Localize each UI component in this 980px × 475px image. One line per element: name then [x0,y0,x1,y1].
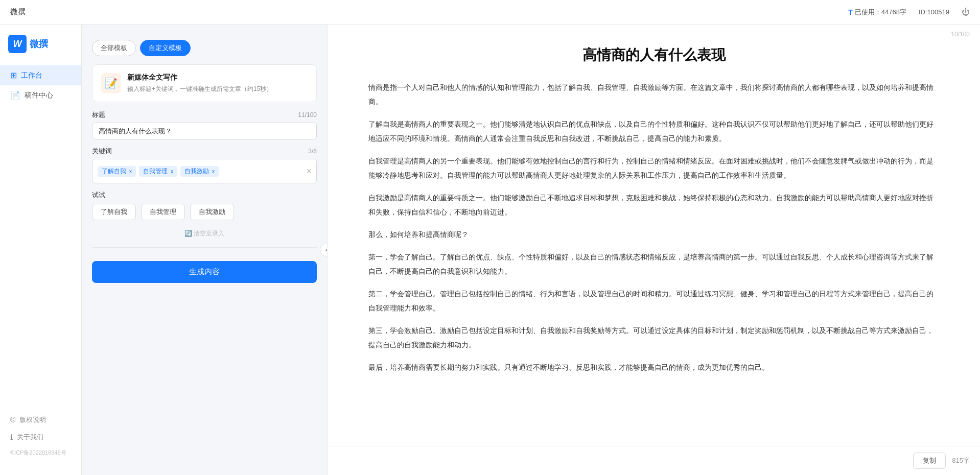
tab-custom[interactable]: 自定义模板 [140,40,191,56]
tag-understand-self[interactable]: 了解自我 x [98,166,136,177]
sidebar-item-copyright[interactable]: © 版权说明 [0,411,81,429]
sidebar-nav: ⊞ 工作台 📄 稿件中心 [0,65,81,411]
copyright-icon: © [10,416,15,424]
sidebar-logo: W 微撰 [0,35,81,65]
article-body: 情商是指一个人对自己和他人的情感的认知和管理能力，包括了解自我、自我管理、自我激… [368,80,939,374]
tags-container[interactable]: 了解自我 x 自我管理 x 自我激励 x ✕ [92,159,317,183]
tab-all[interactable]: 全部模板 [92,40,136,56]
icp-text: ©ICP备2022016946号 [0,446,81,460]
sidebar-item-drafts-label: 稿件中心 [25,91,53,100]
keyword-counter: 3/6 [308,148,317,155]
usage-label: 已使用：44768字 [855,8,906,17]
collapse-arrow[interactable]: ◀ [320,243,327,257]
title-field-group: 标题 11/100 [92,110,317,139]
tag-self-management-close[interactable]: x [171,169,173,174]
drafts-icon: 📄 [10,90,20,100]
article-paragraph-8: 最后，培养高情商需要长期的努力和实践。只有通过不断地学习、反思和实践，才能够提高… [368,360,939,374]
sidebar-item-drafts[interactable]: 📄 稿件中心 [0,85,81,105]
sidebar-item-copyright-label: 版权说明 [19,415,46,424]
article-title: 高情商的人有什么表现 [368,45,939,65]
id-info: ID:100519 [919,8,949,16]
tag-self-management-label: 自我管理 [143,167,168,176]
sidebar: W 微撰 ⊞ 工作台 📄 稿件中心 © 版权说明 ℹ 关于我们 ©ICP备202 [0,25,82,475]
logo-icon: W [8,35,27,53]
title-counter: 11/100 [298,111,317,118]
sidebar-item-about[interactable]: ℹ 关于我们 [0,429,81,446]
id-label: ID:100519 [919,8,949,16]
sidebar-item-workspace[interactable]: ⊞ 工作台 [0,65,81,85]
about-icon: ℹ [10,433,13,441]
tool-card-title: 新媒体全文写作 [127,73,308,82]
chip-understand-self[interactable]: 了解自我 [92,204,136,220]
title-label-row: 标题 11/100 [92,110,317,120]
usage-info: T 已使用：44768字 [848,8,906,17]
tool-card-info: 新媒体全文写作 输入标题+关键词，一键准确生成所需文章（约15秒） [127,73,308,93]
generate-button[interactable]: 生成内容 [92,261,317,283]
article-bottom-bar: 复制 815字 [328,446,980,475]
title-label: 标题 [92,110,105,120]
form-divider [92,247,317,248]
logo-letter: W [13,39,22,50]
tag-understand-self-label: 了解自我 [102,167,126,176]
tag-self-management[interactable]: 自我管理 x [139,166,177,177]
chip-self-management[interactable]: 自我管理 [141,204,185,220]
workspace-icon: ⊞ [10,70,17,80]
article-paragraph-2: 自我管理是高情商人的另一个重要表现。他们能够有效地控制自己的言行和行为，控制自己… [368,154,939,182]
main-content: 全部模板 自定义模板 📝 新媒体全文写作 输入标题+关键词，一键准确生成所需文章… [82,25,980,475]
logo-text: 微撰 [30,38,48,50]
article-paragraph-5: 第一，学会了解自己。了解自己的优点、缺点、个性特质和偏好，以及自己的情感状态和情… [368,250,939,278]
clear-hint[interactable]: 🔄 清空至录入 [92,229,317,238]
tool-card-icon: 📝 [101,73,121,93]
app-layout: W 微撰 ⊞ 工作台 📄 稿件中心 © 版权说明 ℹ 关于我们 ©ICP备202 [0,25,980,475]
tag-self-motivation-label: 自我激励 [184,167,209,176]
sidebar-bottom: © 版权说明 ℹ 关于我们 ©ICP备2022016946号 [0,411,81,465]
topbar-title: 微撰 [10,7,26,17]
form-section: 标题 11/100 关键词 3/6 了解自我 x [92,110,317,283]
sidebar-item-workspace-label: 工作台 [21,71,42,80]
template-tabs: 全部模板 自定义模板 [92,40,317,56]
usage-icon: T [848,8,853,16]
article-paragraph-7: 第三，学会激励自己。激励自己包括设定目标和计划、自我激励和自我奖励等方式。可以通… [368,323,939,352]
article-paragraph-4: 那么，如何培养和提高情商呢？ [368,227,939,242]
trial-section: 试试 了解自我 自我管理 自我激励 [92,191,317,220]
article-container[interactable]: 10/100 高情商的人有什么表现 情商是指一个人对自己和他人的情感的认知和管理… [328,25,980,446]
trial-label: 试试 [92,191,317,200]
title-input[interactable] [92,123,317,139]
sidebar-item-about-label: 关于我们 [17,433,43,442]
article-paragraph-1: 了解自我是高情商人的重要表现之一。他们能够清楚地认识自己的优点和缺点，以及自己的… [368,117,939,146]
copy-button[interactable]: 复制 [913,453,946,469]
word-count: 815字 [952,456,970,465]
article-counter: 10/100 [951,31,970,38]
tool-card-desc: 输入标题+关键词，一键准确生成所需文章（约15秒） [127,84,308,93]
tag-understand-self-close[interactable]: x [129,169,132,174]
right-panel: 10/100 高情商的人有什么表现 情商是指一个人对自己和他人的情感的认知和管理… [328,25,980,475]
tags-clear-button[interactable]: ✕ [306,167,312,175]
power-icon: ⏻ [962,8,970,17]
topbar-right: T 已使用：44768字 ID:100519 ⏻ [848,8,970,17]
chip-self-motivation[interactable]: 自我激励 [190,204,234,220]
tag-self-motivation[interactable]: 自我激励 x [180,166,219,177]
keyword-label-row: 关键词 3/6 [92,147,317,156]
topbar: 微撰 T 已使用：44768字 ID:100519 ⏻ [0,0,980,25]
left-panel: 全部模板 自定义模板 📝 新媒体全文写作 输入标题+关键词，一键准确生成所需文章… [82,25,327,475]
article-paragraph-6: 第二，学会管理自己。管理自己包括控制自己的情绪、行为和言语，以及管理自己的时间和… [368,287,939,315]
power-button[interactable]: ⏻ [962,8,970,17]
keyword-label: 关键词 [92,147,112,156]
article-paragraph-3: 自我激励是高情商人的重要特质之一。他们能够激励自己不断地追求目标和梦想，克服困难… [368,191,939,219]
suggestion-chips: 了解自我 自我管理 自我激励 [92,204,317,220]
topbar-left: 微撰 [10,7,26,17]
keyword-field-group: 关键词 3/6 了解自我 x 自我管理 x 自我激励 [92,147,317,183]
tag-self-motivation-close[interactable]: x [212,169,215,174]
tool-card[interactable]: 📝 新媒体全文写作 输入标题+关键词，一键准确生成所需文章（约15秒） [92,64,317,102]
article-paragraph-0: 情商是指一个人对自己和他人的情感的认知和管理能力，包括了解自我、自我管理、自我激… [368,80,939,109]
